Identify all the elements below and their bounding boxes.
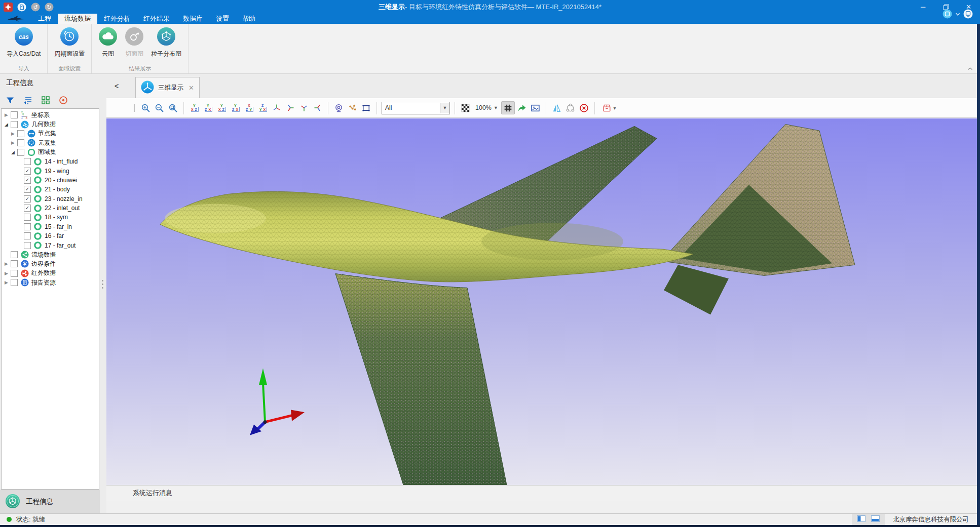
layout-grid-button[interactable] (40, 95, 51, 106)
view-bottom-button[interactable]: YXZ (187, 101, 201, 114)
filter-button[interactable] (5, 95, 16, 106)
help-icon[interactable] (963, 9, 973, 19)
undo-icon[interactable]: ↺ (31, 3, 40, 12)
expander-collapsed-icon[interactable]: ▶ (3, 280, 10, 285)
tree-item[interactable]: ▶报告资源 (2, 278, 99, 287)
expander-collapsed-icon[interactable]: ▶ (3, 271, 10, 276)
caret-down-icon[interactable]: ▾ (613, 105, 616, 111)
locate-target-button[interactable] (58, 95, 69, 106)
viewport-canvas[interactable] (106, 118, 977, 485)
view-iso-1-button[interactable] (270, 101, 283, 114)
tree-item-checkbox[interactable] (24, 232, 31, 239)
import-cas-button[interactable]: cas导入Cas/Dat (3, 26, 44, 59)
menu-item-4[interactable]: 数据库 (176, 14, 209, 24)
view-left-button[interactable]: YXZ (215, 101, 229, 114)
tree-item[interactable]: ◢面域集 (2, 148, 99, 157)
tree-item-checkbox[interactable]: ✓ (24, 195, 31, 202)
tree-item[interactable]: ✓19 - wing (2, 166, 99, 175)
caret-down-icon[interactable] (956, 13, 960, 16)
toolbar-drag-handle[interactable] (133, 104, 135, 112)
tree-item[interactable]: 流场数据 (2, 250, 99, 259)
mirror-button[interactable] (550, 101, 563, 114)
tree-item[interactable]: 18 - sym (2, 213, 99, 222)
orbit-button[interactable] (563, 101, 577, 114)
tree-item-checkbox[interactable] (17, 149, 24, 156)
archive-button[interactable]: ▾ (598, 101, 620, 114)
zoom-out-button[interactable] (153, 101, 166, 114)
display-filter-combo[interactable]: All▼ (382, 102, 450, 114)
expander-collapsed-icon[interactable]: ▶ (10, 140, 16, 145)
particle-distribution-button[interactable]: 粒子分布图 (147, 26, 185, 59)
tree-item[interactable]: 16 - far (2, 231, 99, 240)
periodic-face-button[interactable]: 周期面设置 (51, 26, 88, 59)
tree-item-checkbox[interactable] (24, 223, 31, 230)
tree-item-checkbox[interactable] (24, 158, 31, 165)
tree-item[interactable]: 17 - far_out (2, 240, 99, 250)
combo-arrow-icon[interactable]: ▼ (440, 103, 449, 113)
menu-item-5[interactable]: 设置 (209, 14, 236, 24)
tree-item[interactable]: ◢几何数据 (2, 119, 99, 129)
save-icon[interactable] (17, 3, 26, 12)
expander-expanded-icon[interactable]: ◢ (10, 150, 16, 155)
tree-item-checkbox[interactable] (11, 251, 18, 258)
tree-item[interactable]: ▶边界条件 (2, 259, 99, 268)
tree-item[interactable]: ▶元素集 (2, 138, 99, 147)
zoom-fit-button[interactable] (166, 101, 180, 114)
expander-collapsed-icon[interactable]: ▶ (3, 112, 10, 117)
menu-item-3[interactable]: 红外结果 (137, 14, 176, 24)
menu-item-2[interactable]: 红外分析 (97, 14, 137, 24)
expander-expanded-icon[interactable]: ◢ (3, 122, 10, 127)
tree-item-checkbox[interactable]: ✓ (24, 186, 31, 193)
zoom-level-dropdown[interactable]: 100%▼ (472, 104, 501, 111)
tree-item[interactable]: ▶节点集 (2, 129, 99, 138)
view-iso-4-button[interactable] (311, 101, 324, 114)
tree-item[interactable]: 14 - int_fluid (2, 157, 99, 166)
view-top-button[interactable]: YZX (201, 101, 215, 114)
expander-collapsed-icon[interactable]: ▶ (10, 131, 16, 136)
export-button[interactable] (515, 101, 529, 114)
transparency-button[interactable] (459, 101, 472, 114)
contour-button[interactable]: 云图 (95, 26, 121, 59)
view-iso-3-button[interactable] (297, 101, 311, 114)
minimize-button[interactable]: ─ (912, 0, 934, 14)
tree-item-checkbox[interactable]: ✓ (24, 168, 31, 175)
layout-bottom-panel-button[interactable] (871, 515, 880, 523)
tree-item[interactable]: ✓22 - inlet_out (2, 204, 99, 213)
tree-item[interactable]: 15 - far_in (2, 222, 99, 231)
zoom-in-button[interactable] (139, 101, 153, 114)
panel-bottom-tab[interactable]: 工程信息 (0, 490, 100, 514)
menu-item-0[interactable]: 工程 (31, 14, 58, 24)
tree-item-checkbox[interactable] (11, 111, 18, 118)
view-front-button[interactable]: XZY (242, 101, 256, 114)
tree-item[interactable]: ✓21 - body (2, 185, 99, 194)
tree-item-checkbox[interactable] (11, 270, 18, 277)
mesh-toggle-button[interactable] (501, 101, 515, 114)
view-right-button[interactable]: YZX (229, 101, 242, 114)
particle-trace-button[interactable] (346, 101, 359, 114)
tree-item[interactable]: ✓20 - chuiwei (2, 176, 99, 185)
tab-scroll-left-button[interactable]: < (115, 82, 119, 90)
delete-button[interactable] (577, 101, 591, 114)
view-iso-2-button[interactable] (283, 101, 297, 114)
tab-close-icon[interactable]: ✕ (189, 84, 194, 92)
expander-collapsed-icon[interactable]: ▶ (3, 261, 10, 266)
camera-button[interactable] (332, 101, 346, 114)
theme-icon[interactable] (943, 9, 952, 19)
outline-list-button[interactable] (22, 95, 33, 106)
box-select-button[interactable] (359, 101, 373, 114)
tree-item-checkbox[interactable] (11, 260, 18, 267)
menu-item-6[interactable]: 帮助 (236, 14, 262, 24)
tree-item-checkbox[interactable]: ✓ (24, 205, 31, 212)
tree-item-checkbox[interactable] (17, 130, 24, 137)
tree-item-checkbox[interactable] (17, 139, 24, 146)
menu-item-1[interactable]: 流场数据 (58, 14, 97, 24)
tree-item[interactable]: ✓23 - nozzle_in (2, 194, 99, 204)
tree-item-checkbox[interactable] (24, 214, 31, 221)
tree-item-checkbox[interactable] (11, 121, 18, 128)
redo-icon[interactable]: ↻ (45, 3, 54, 12)
view-back-button[interactable]: ZYX (256, 101, 270, 114)
ribbon-collapse-button[interactable] (967, 66, 973, 72)
tree-item-checkbox[interactable] (11, 279, 18, 286)
tab-3d-view[interactable]: 三维显示 ✕ (135, 77, 200, 98)
layout-left-panel-button[interactable] (857, 515, 865, 523)
